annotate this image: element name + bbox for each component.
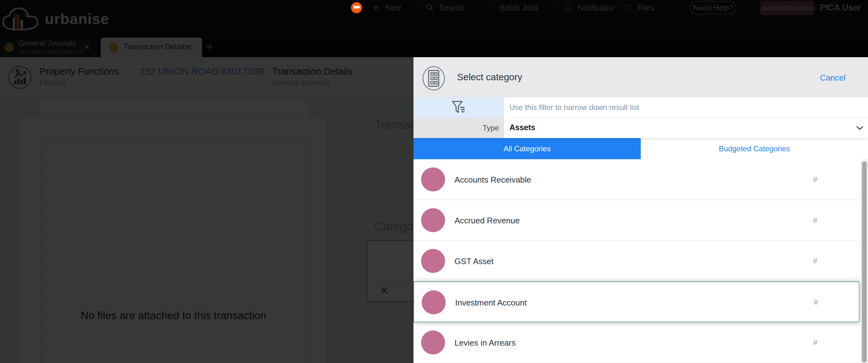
category-avatar	[421, 167, 445, 191]
chevron-down-icon[interactable]	[856, 125, 864, 131]
filter-hint-row: Use this filter to narrow down result li…	[413, 97, 868, 117]
modal-header: Select category Cancel	[413, 57, 868, 97]
category-code: #	[809, 338, 822, 347]
category-label: Levies in Arrears	[455, 338, 516, 348]
cancel-button[interactable]: Cancel	[820, 73, 845, 83]
type-label-cell: Type	[413, 117, 504, 138]
tab-budgeted-categories[interactable]: Budgeted Categories	[641, 138, 868, 159]
category-row-levies-in-arrears[interactable]: Levies in Arrears #	[413, 322, 860, 363]
category-row-accounts-receivable[interactable]: Accounts Receivable #	[413, 159, 860, 200]
category-code: #	[809, 216, 822, 225]
category-row-gst-asset[interactable]: GST Asset #	[413, 241, 860, 281]
select-category-modal: Select category Cancel Use this filter t…	[413, 57, 868, 363]
modal-scrollbar[interactable]	[861, 160, 868, 363]
category-tabs: All Categories Budgeted Categories	[413, 138, 868, 159]
filter-icon	[452, 101, 466, 114]
category-avatar	[421, 331, 445, 355]
category-avatar	[422, 290, 446, 314]
category-avatar	[421, 249, 445, 273]
category-label: Accounts Receivable	[455, 175, 531, 185]
category-row-accrued-revenue[interactable]: Accrued Revenue #	[413, 200, 860, 241]
type-label: Type	[483, 123, 499, 132]
app-screen: urbanise + New Search Batch Jobs Notific…	[0, 0, 868, 363]
modal-title: Select category	[457, 72, 522, 82]
flags-icon: ⚑⚑	[352, 4, 359, 11]
category-label: Investment Account	[455, 298, 527, 308]
flags-badge[interactable]: ⚑⚑	[351, 2, 362, 13]
category-code: #	[810, 298, 822, 307]
category-row-investment-account[interactable]: Investment Account #	[413, 281, 860, 322]
type-filter-row[interactable]: Type Assets	[413, 117, 868, 138]
scrollbar-thumb[interactable]	[862, 162, 867, 362]
tab-all-categories[interactable]: All Categories	[413, 138, 641, 159]
building-icon	[422, 66, 445, 91]
category-label: GST Asset	[455, 256, 494, 266]
category-label: Accrued Revenue	[455, 216, 520, 226]
category-list: Accounts Receivable # Accrued Revenue # …	[413, 159, 868, 363]
filter-hint-text: Use this filter to narrow down result li…	[509, 103, 639, 112]
category-code: #	[809, 256, 822, 266]
filter-cell	[413, 97, 504, 117]
category-avatar	[421, 208, 445, 232]
category-code: #	[809, 175, 822, 184]
type-value[interactable]: Assets	[509, 123, 535, 132]
